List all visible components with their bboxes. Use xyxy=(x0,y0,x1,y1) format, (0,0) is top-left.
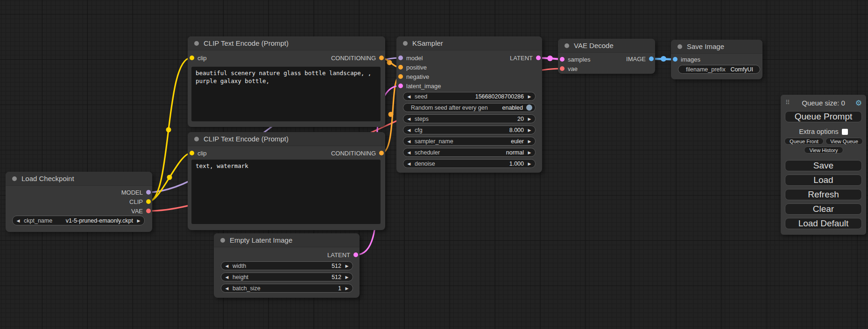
node-save-image[interactable]: Save Image images filename_prefix ComfyU… xyxy=(671,40,762,79)
filename-prefix-widget[interactable]: filename_prefix ComfyUI xyxy=(678,65,760,74)
cfg-widget[interactable]: cfg 8.000 xyxy=(403,126,536,134)
increment-arrow-icon[interactable] xyxy=(524,150,535,155)
samples-input-port[interactable] xyxy=(560,57,565,62)
decrement-arrow-icon[interactable] xyxy=(403,94,415,99)
node-clip-text-encode-positive[interactable]: CLIP Text Encode (Prompt) clip CONDITION… xyxy=(188,36,385,127)
toggle-circle-icon[interactable] xyxy=(526,105,532,111)
node-header[interactable]: CLIP Text Encode (Prompt) xyxy=(188,36,385,50)
decrement-arrow-icon[interactable] xyxy=(403,150,415,155)
load-default-button[interactable]: Load Default xyxy=(785,218,862,229)
extra-options-label: Extra options xyxy=(799,128,839,135)
decrement-arrow-icon[interactable] xyxy=(403,117,415,121)
increment-arrow-icon[interactable] xyxy=(524,128,535,133)
increment-arrow-icon[interactable] xyxy=(524,139,535,144)
increment-arrow-icon[interactable] xyxy=(133,218,144,223)
positive-input-port[interactable] xyxy=(398,65,403,70)
link-midpoint-dot xyxy=(387,60,392,65)
queue-front-button[interactable]: Queue Front xyxy=(784,138,824,145)
collapse-dot-icon[interactable] xyxy=(12,176,17,181)
latent-output-port[interactable] xyxy=(353,252,358,257)
input-slot-model: model xyxy=(398,53,423,63)
load-button[interactable]: Load xyxy=(785,175,862,186)
node-title: Load Checkpoint xyxy=(21,175,74,182)
queue-prompt-button[interactable]: Queue Prompt xyxy=(785,111,862,122)
node-clip-text-encode-negative[interactable]: CLIP Text Encode (Prompt) clip CONDITION… xyxy=(188,132,385,230)
clip-input-port[interactable] xyxy=(190,56,194,60)
link-midpoint-dot xyxy=(167,175,172,180)
view-queue-button[interactable]: View Queue xyxy=(826,138,863,145)
widget-value: 156680208700286 xyxy=(427,93,524,100)
node-header[interactable]: Empty Latent Image xyxy=(214,233,360,247)
link-midpoint-dot xyxy=(388,112,394,117)
widget-value: 512 xyxy=(246,263,341,269)
increment-arrow-icon[interactable] xyxy=(341,286,353,291)
conditioning-output-port[interactable] xyxy=(379,151,384,155)
width-widget[interactable]: width 512 xyxy=(221,261,353,270)
ckpt-name-widget[interactable]: ckpt_name v1-5-pruned-emaonly.ckpt xyxy=(12,216,145,225)
images-input-port[interactable] xyxy=(673,57,677,62)
decrement-arrow-icon[interactable] xyxy=(221,264,233,268)
decrement-arrow-icon[interactable] xyxy=(403,139,415,144)
refresh-button[interactable]: Refresh xyxy=(785,189,862,200)
positive-prompt-textarea[interactable]: beautiful scenery nature glass bottle la… xyxy=(191,67,381,121)
random-seed-toggle-widget[interactable]: Random seed after every gen enabled xyxy=(403,103,536,112)
settings-gear-icon[interactable] xyxy=(855,99,862,107)
node-ksampler[interactable]: KSampler model positive negative latent_… xyxy=(396,36,542,173)
decrement-arrow-icon[interactable] xyxy=(13,218,24,223)
slot-label: negative xyxy=(406,73,429,80)
collapse-dot-icon[interactable] xyxy=(403,41,408,46)
seed-widget[interactable]: seed 156680208700286 xyxy=(403,92,536,101)
clear-button[interactable]: Clear xyxy=(785,203,862,215)
denoise-widget[interactable]: denoise 1.000 xyxy=(403,159,536,168)
node-header[interactable]: CLIP Text Encode (Prompt) xyxy=(188,132,385,146)
node-header[interactable]: Load Checkpoint xyxy=(6,172,152,186)
decrement-arrow-icon[interactable] xyxy=(403,161,415,166)
decrement-arrow-icon[interactable] xyxy=(221,275,233,280)
increment-arrow-icon[interactable] xyxy=(524,117,535,121)
save-button[interactable]: Save xyxy=(785,160,862,171)
increment-arrow-icon[interactable] xyxy=(341,264,353,268)
node-header[interactable]: Save Image xyxy=(671,40,762,54)
decrement-arrow-icon[interactable] xyxy=(221,286,233,291)
clip-output-port[interactable] xyxy=(146,199,151,204)
increment-arrow-icon[interactable] xyxy=(524,161,535,166)
decrement-arrow-icon[interactable] xyxy=(403,128,415,133)
increment-arrow-icon[interactable] xyxy=(524,94,535,99)
node-header[interactable]: KSampler xyxy=(396,36,542,50)
widget-label: steps xyxy=(415,116,429,122)
collapse-dot-icon[interactable] xyxy=(220,238,225,243)
clip-input-port[interactable] xyxy=(190,151,194,155)
increment-arrow-icon[interactable] xyxy=(341,275,353,280)
model-input-port[interactable] xyxy=(398,56,403,60)
latent-image-input-port[interactable] xyxy=(398,84,403,88)
sampler-name-widget[interactable]: sampler_name euler xyxy=(403,137,536,146)
link-clip-positive-wire xyxy=(148,58,191,202)
steps-widget[interactable]: steps 20 xyxy=(403,114,536,123)
view-history-button[interactable]: View History xyxy=(804,147,843,154)
extra-options-checkbox[interactable] xyxy=(842,129,848,135)
collapse-dot-icon[interactable] xyxy=(565,43,569,48)
conditioning-output-port[interactable] xyxy=(379,56,384,60)
node-empty-latent-image[interactable]: Empty Latent Image LATENT width 512 heig… xyxy=(214,233,360,298)
height-widget[interactable]: height 512 xyxy=(221,273,353,281)
negative-input-port[interactable] xyxy=(398,74,403,79)
collapse-dot-icon[interactable] xyxy=(194,41,199,46)
node-load-checkpoint[interactable]: Load Checkpoint MODEL CLIP VAE ckpt_name… xyxy=(6,172,152,232)
vae-output-port[interactable] xyxy=(146,209,151,213)
output-slot-model: MODEL xyxy=(121,188,151,197)
scheduler-widget[interactable]: scheduler normal xyxy=(403,148,536,157)
model-output-port[interactable] xyxy=(146,190,151,195)
widget-label: scheduler xyxy=(415,149,440,156)
node-graph-canvas[interactable]: Load Checkpoint MODEL CLIP VAE ckpt_name… xyxy=(0,0,868,329)
image-output-port[interactable] xyxy=(649,56,654,61)
collapse-dot-icon[interactable] xyxy=(194,137,199,141)
widget-label: filename_prefix xyxy=(678,66,726,73)
node-header[interactable]: VAE Decode xyxy=(558,39,655,53)
node-vae-decode[interactable]: VAE Decode samples vae IMAGE xyxy=(558,39,655,74)
node-title: Empty Latent Image xyxy=(230,236,292,244)
collapse-dot-icon[interactable] xyxy=(677,44,682,49)
negative-prompt-textarea[interactable]: text, watermark xyxy=(191,160,381,224)
vae-input-port[interactable] xyxy=(560,66,565,71)
batch-size-widget[interactable]: batch_size 1 xyxy=(221,284,353,293)
latent-output-port[interactable] xyxy=(536,56,541,60)
